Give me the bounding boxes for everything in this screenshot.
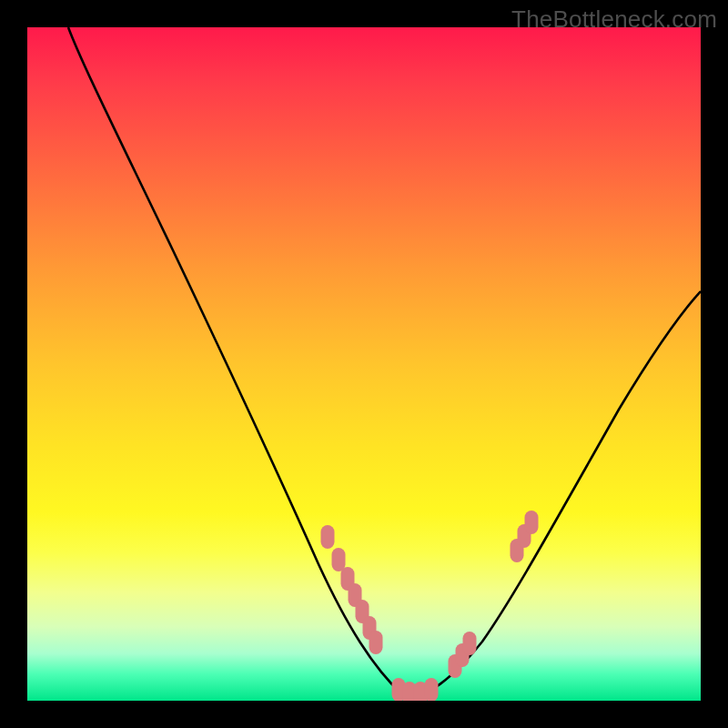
watermark-text: TheBottleneck.com — [511, 5, 717, 34]
chart-frame: TheBottleneck.com — [0, 0, 728, 728]
chart-plot-area — [27, 27, 701, 701]
marker-dot — [369, 631, 383, 654]
marker-dot — [463, 632, 477, 655]
chart-svg — [27, 27, 701, 701]
marker-dot — [332, 548, 346, 571]
marker-dot — [525, 511, 539, 534]
marker-dot — [321, 525, 335, 549]
bottleneck-curve — [68, 27, 701, 697]
marker-dot — [425, 678, 439, 701]
